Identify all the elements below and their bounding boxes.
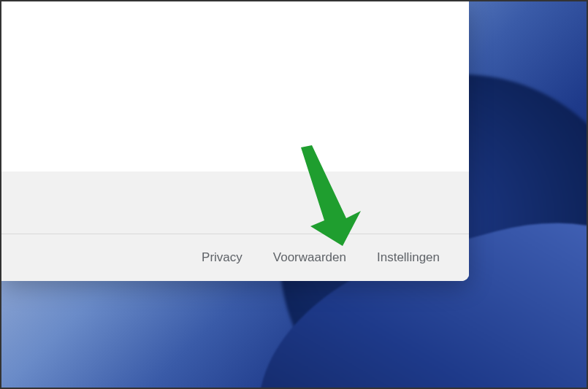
footer-link-privacy[interactable]: Privacy	[202, 250, 243, 265]
footer-link-terms[interactable]: Voorwaarden	[273, 250, 346, 265]
footer-links-row: Privacy Voorwaarden Instellingen	[1, 234, 469, 281]
app-window: Privacy Voorwaarden Instellingen	[1, 1, 469, 281]
window-content-area	[1, 1, 469, 172]
footer-link-settings[interactable]: Instellingen	[377, 250, 440, 265]
window-footer: Privacy Voorwaarden Instellingen	[1, 172, 469, 281]
